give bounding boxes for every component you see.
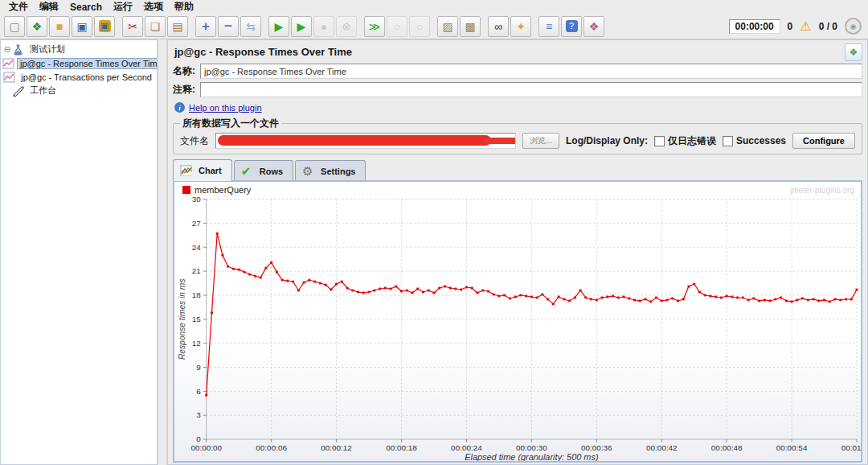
- name-input[interactable]: jp@gc - Response Times Over Time: [200, 64, 862, 79]
- panel-splitter[interactable]: [158, 39, 167, 465]
- panel-title-row: jp@gc - Response Times Over Time ❖: [173, 43, 862, 62]
- svg-text:00:00:54: 00:00:54: [776, 443, 808, 452]
- svg-text:12: 12: [192, 339, 201, 348]
- cut-icon[interactable]: ✂: [122, 16, 143, 37]
- svg-text:24: 24: [192, 243, 202, 252]
- clear-all-icon[interactable]: ▩: [460, 16, 481, 37]
- write-results-group: 所有数据写入一个文件 文件名 Test3.jtl 浏览... Log/Displ…: [173, 117, 862, 154]
- errors-checkbox[interactable]: [654, 136, 665, 146]
- graph-listener-icon: [3, 72, 15, 83]
- toggle-icon[interactable]: ⇆: [240, 16, 261, 37]
- response-times-chart: 03691215182124273000:00:0000:00:0600:00:…: [174, 195, 861, 461]
- graph-listener-icon: [2, 58, 14, 69]
- svg-text:3: 3: [196, 411, 201, 420]
- menu-search[interactable]: Search: [64, 1, 108, 14]
- app-body: ⊖测试计划jp@gc - Response Times Over Timejp@…: [0, 39, 868, 465]
- templates-icon[interactable]: ❖: [27, 16, 47, 37]
- svg-text:21: 21: [192, 267, 201, 276]
- menu-options[interactable]: 选项: [138, 0, 169, 14]
- errors-checkbox-wrap: 仅日志错误: [654, 134, 716, 148]
- start-icon[interactable]: ▶: [268, 16, 289, 37]
- stop-icon: ●: [313, 16, 334, 37]
- tree-item-test-plan[interactable]: ⊖测试计划: [2, 43, 155, 56]
- help-icon[interactable]: ?: [561, 16, 582, 37]
- elapsed-timer[interactable]: 00:00:00: [729, 19, 780, 34]
- comments-row: 注释:: [173, 82, 862, 97]
- clear-icon[interactable]: ▨: [437, 16, 458, 37]
- filename-input[interactable]: Test3.jtl: [215, 133, 516, 149]
- menu-edit[interactable]: 编辑: [34, 0, 64, 14]
- info-icon: i: [174, 102, 185, 113]
- legend-series-label: memberQuery: [194, 185, 251, 195]
- menu-help[interactable]: 帮助: [169, 0, 199, 14]
- comments-input[interactable]: [200, 82, 862, 97]
- svg-text:30: 30: [192, 195, 201, 204]
- tree-item-transactions[interactable]: jp@gc - Transactions per Second: [2, 70, 155, 84]
- tab-rows[interactable]: ✔Rows: [234, 160, 293, 181]
- menu-run[interactable]: 运行: [108, 0, 138, 14]
- log-display-only-label: Log/Display Only:: [566, 135, 648, 146]
- start-no-timers-icon[interactable]: ▶: [291, 16, 312, 37]
- browse-button[interactable]: 浏览...: [522, 133, 559, 149]
- remote-start-all-icon[interactable]: ≫: [364, 16, 385, 37]
- help-row: i Help on this plugin: [174, 102, 862, 113]
- clear-search-icon[interactable]: ✦: [510, 16, 531, 37]
- svg-text:27: 27: [192, 219, 201, 228]
- warning-icon[interactable]: ⚠: [800, 20, 811, 33]
- paste-icon[interactable]: ▤: [167, 16, 188, 37]
- errors-checkbox-label: 仅日志错误: [668, 134, 716, 148]
- copy-icon[interactable]: ❏: [145, 16, 166, 37]
- svg-text:00:00:00: 00:00:00: [190, 443, 222, 452]
- help-plugin-link[interactable]: Help on this plugin: [189, 103, 262, 113]
- function-helper-icon[interactable]: ≡: [538, 16, 559, 37]
- tree-expander[interactable]: ⊖: [2, 44, 12, 55]
- legend-swatch: [182, 186, 190, 194]
- test-plan-icon: [12, 44, 24, 56]
- add-icon[interactable]: +: [195, 16, 216, 37]
- svg-text:15: 15: [192, 315, 201, 323]
- tab-chart[interactable]: Chart: [173, 159, 232, 181]
- tree-item-workbench[interactable]: 工作台: [2, 84, 155, 97]
- name-row: 名称: jp@gc - Response Times Over Time: [173, 64, 862, 79]
- toolbar-status: 00:00:00 0 ⚠ 0 / 0 ◉: [729, 18, 865, 35]
- workbench-icon: [12, 85, 24, 97]
- chart-area: 03691215182124273000:00:0000:00:0600:00:…: [174, 195, 861, 461]
- successes-checkbox[interactable]: [723, 136, 733, 146]
- successes-checkbox-wrap: Successes: [723, 135, 786, 146]
- chart-watermark: jmeter-plugins.org: [790, 186, 854, 195]
- toolbar-extra-icon[interactable]: ❖: [583, 16, 604, 37]
- file-row: 文件名 Test3.jtl 浏览... Log/Display Only: 仅日…: [180, 133, 855, 149]
- search-icon[interactable]: ∞: [488, 16, 509, 37]
- redaction-scribble: [218, 135, 491, 146]
- svg-text:00:00:24: 00:00:24: [451, 443, 482, 452]
- remove-icon[interactable]: −: [218, 16, 239, 37]
- shutdown-icon: ⊗: [336, 16, 357, 37]
- tab-settings-label: Settings: [321, 167, 355, 176]
- tab-bar: Chart✔Rows⚙Settings: [173, 159, 862, 181]
- help-icon-glyph: ?: [566, 20, 578, 32]
- maximize-panel-button[interactable]: ❖: [845, 43, 862, 61]
- svg-text:0: 0: [196, 435, 201, 444]
- save-as-icon[interactable]: ▣: [94, 16, 115, 37]
- menu-bar: 文件编辑Search运行选项帮助: [0, 0, 868, 14]
- tree-item-response-times[interactable]: jp@gc - Response Times Over Time: [2, 56, 155, 70]
- chart-icon: [180, 165, 194, 177]
- error-warning-count: 0: [788, 21, 793, 32]
- open-folder-icon[interactable]: ■: [49, 16, 70, 37]
- svg-text:00:00:18: 00:00:18: [386, 443, 417, 452]
- tab-settings[interactable]: ⚙Settings: [295, 160, 366, 181]
- save-icon[interactable]: ▣: [72, 16, 92, 37]
- new-file-icon[interactable]: ▢: [4, 16, 25, 37]
- filename-label: 文件名: [180, 134, 209, 148]
- svg-text:00:00:36: 00:00:36: [581, 443, 612, 452]
- svg-text:00:00:06: 00:00:06: [256, 443, 287, 452]
- menu-file[interactable]: 文件: [3, 0, 34, 14]
- threads-indicator-icon: ◉: [845, 18, 862, 35]
- gear-icon: ⚙: [302, 165, 316, 177]
- listener-panel: jp@gc - Response Times Over Time ❖ 名称: j…: [167, 39, 868, 465]
- remote-shutdown-all-icon: ○: [409, 16, 430, 37]
- successes-checkbox-label: Successes: [736, 135, 786, 146]
- svg-text:18: 18: [192, 291, 201, 300]
- configure-button[interactable]: Configure: [792, 133, 855, 149]
- active-threads-count: 0 / 0: [819, 21, 837, 32]
